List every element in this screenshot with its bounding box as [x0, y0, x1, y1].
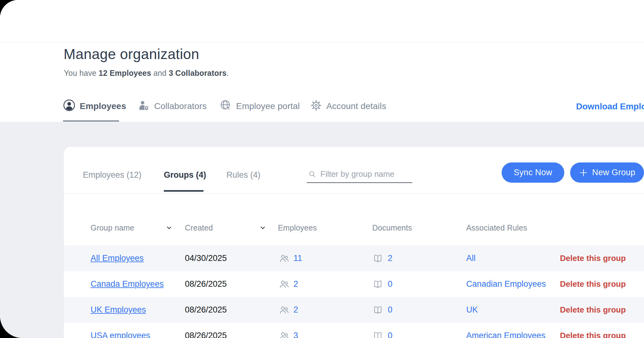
- documents-count-link[interactable]: 0: [388, 323, 392, 338]
- table-row: All Employees 04/30/2025 11: [64, 245, 644, 271]
- delete-group-button[interactable]: Delete this group: [560, 245, 626, 271]
- open-book-icon: [373, 323, 383, 338]
- people-icon: [279, 271, 290, 297]
- sync-now-label: Sync Now: [514, 168, 552, 177]
- tab-employees[interactable]: Employees: [63, 99, 126, 113]
- header-created: Created: [185, 218, 213, 237]
- subtab-rules[interactable]: Rules (4): [226, 166, 261, 184]
- table-header-row: Group name Created Employees Documents A…: [64, 218, 644, 237]
- groups-table: All Employees 04/30/2025 11: [64, 245, 644, 338]
- open-book-icon: [373, 271, 383, 297]
- employees-count-link[interactable]: 2: [293, 297, 298, 323]
- tab-label: Collaborators: [154, 101, 207, 111]
- documents-count-link[interactable]: 0: [388, 297, 392, 323]
- delete-group-button[interactable]: Delete this group: [560, 297, 626, 323]
- new-group-button[interactable]: New Group: [570, 162, 644, 183]
- search-icon: [308, 170, 316, 180]
- filter-by-group-name-input[interactable]: [320, 166, 412, 182]
- delete-group-button[interactable]: Delete this group: [560, 271, 626, 297]
- new-group-label: New Group: [592, 168, 635, 177]
- sync-now-button[interactable]: Sync Now: [502, 162, 564, 183]
- documents-count-link[interactable]: 2: [388, 245, 392, 271]
- employees-count-link[interactable]: 11: [293, 245, 302, 271]
- card-divider: [64, 193, 644, 194]
- tab-collaborators[interactable]: Collaborators: [137, 99, 207, 113]
- subtitle-prefix: You have: [64, 69, 99, 77]
- associated-rules-link[interactable]: All: [466, 245, 476, 271]
- subtitle-mid: and: [151, 69, 169, 77]
- sort-created-icon[interactable]: [259, 224, 266, 231]
- page-title: Manage organization: [64, 46, 199, 62]
- person-shield-icon: [137, 99, 150, 114]
- subtitle-suffix: .: [226, 69, 229, 77]
- subtab-employees[interactable]: Employees (12): [83, 166, 141, 184]
- person-circle-icon: [63, 99, 75, 114]
- table-row: USA employees 08/26/2025 3: [64, 323, 644, 338]
- employees-count-text: 12 Employees: [99, 69, 151, 77]
- group-name-link[interactable]: Canada Employees: [91, 271, 164, 297]
- documents-count-link[interactable]: 0: [388, 271, 392, 297]
- page-header: Manage organization You have 12 Employee…: [0, 43, 644, 122]
- group-name-link[interactable]: USA employees: [91, 323, 150, 338]
- table-row: Canada Employees 08/26/2025 2: [64, 271, 644, 297]
- created-date: 04/30/2025: [185, 245, 227, 271]
- tab-label: Employees: [80, 101, 126, 111]
- plus-icon: [579, 168, 588, 177]
- group-filter-field: [307, 166, 412, 183]
- page-subtitle: You have 12 Employees and 3 Collaborator…: [64, 69, 229, 78]
- associated-rules-link[interactable]: American Employees: [466, 323, 545, 338]
- subtab-groups[interactable]: Groups (4): [164, 166, 206, 184]
- collaborators-count-text: 3 Collaborators: [169, 69, 226, 77]
- associated-rules-link[interactable]: Canadian Employees: [466, 271, 546, 297]
- tab-label: Employee portal: [236, 101, 300, 111]
- groups-card: Employees (12) Groups (4) Rules (4) Sync…: [64, 147, 644, 338]
- created-date: 08/26/2025: [185, 323, 227, 338]
- globe-cursor-icon: [219, 99, 232, 114]
- group-name-link[interactable]: All Employees: [91, 245, 144, 271]
- download-employee-link[interactable]: Download Employee: [576, 102, 644, 112]
- header-group-name: Group name: [91, 218, 134, 237]
- open-book-icon: [373, 245, 383, 271]
- employees-count-link[interactable]: 2: [293, 271, 298, 297]
- group-name-link[interactable]: UK Employees: [91, 297, 146, 323]
- table-row: UK Employees 08/26/2025 2: [64, 297, 644, 323]
- active-tab-underline: [63, 121, 119, 121]
- created-date: 08/26/2025: [185, 297, 227, 323]
- employees-count-link[interactable]: 3: [293, 323, 298, 338]
- delete-group-button[interactable]: Delete this group: [560, 323, 626, 338]
- window-chrome-band: [0, 0, 644, 42]
- associated-rules-link[interactable]: UK: [466, 297, 478, 323]
- people-icon: [279, 297, 290, 323]
- gear-icon: [310, 99, 322, 113]
- tab-account-details[interactable]: Account details: [310, 99, 386, 113]
- header-employees: Employees: [278, 218, 317, 237]
- header-associated-rules: Associated Rules: [466, 218, 527, 237]
- people-icon: [279, 245, 290, 271]
- sort-group-name-icon[interactable]: [166, 224, 172, 231]
- active-subtab-underline: [164, 190, 203, 192]
- created-date: 08/26/2025: [185, 271, 227, 297]
- tab-employee-portal[interactable]: Employee portal: [219, 99, 300, 113]
- open-book-icon: [373, 297, 383, 323]
- app-window: Manage organization You have 12 Employee…: [0, 0, 644, 338]
- tab-label: Account details: [326, 101, 386, 111]
- content-background: Employees (12) Groups (4) Rules (4) Sync…: [0, 122, 644, 338]
- people-icon: [279, 323, 290, 338]
- header-documents: Documents: [372, 218, 412, 237]
